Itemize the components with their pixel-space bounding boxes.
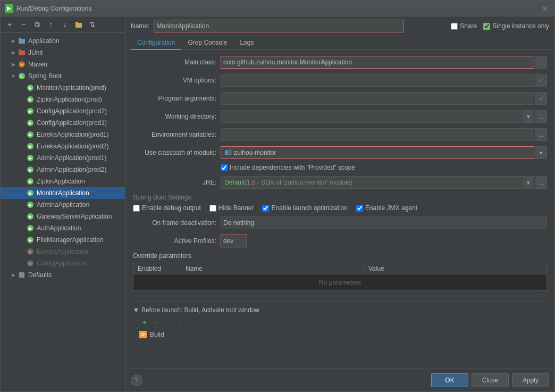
sort-button[interactable]: ⇅ — [87, 19, 98, 30]
enable-jmx-checkbox[interactable] — [356, 205, 363, 212]
svg-text:S: S — [20, 74, 23, 79]
main-class-browse-button[interactable]: ... — [535, 56, 547, 69]
active-profiles-input[interactable] — [221, 235, 247, 247]
sidebar-item-zipkin[interactable]: ▶ ▶ ZipkinApplication — [1, 176, 125, 187]
vm-options-expand-button[interactable]: ⤢ — [535, 74, 547, 87]
sidebar-item-monitor[interactable]: ▶ ▶ MonitorApplication — [1, 187, 125, 199]
svg-text:▶: ▶ — [29, 109, 32, 114]
expand-arrow-application: ▶ — [10, 38, 16, 44]
no-params-text: No parameters — [319, 279, 361, 286]
module-select-display: zuihou-monitor — [221, 146, 534, 159]
sidebar-item-spring-boot[interactable]: ▼ S Spring Boot — [1, 70, 125, 82]
env-vars-browse-button[interactable]: ... — [535, 128, 547, 141]
env-vars-input[interactable] — [221, 128, 534, 141]
jre-browse-button[interactable]: ... — [535, 176, 547, 189]
sidebar-item-config-prod2[interactable]: ▶ ▶ ConfigApplication(prod2) — [1, 105, 125, 117]
run-icon-eureka-disabled: ▶ — [26, 247, 35, 256]
single-instance-checkbox-label[interactable]: Single instance only — [483, 22, 549, 30]
window-icon: ▶ — [5, 4, 13, 13]
hide-banner-checkbox[interactable] — [209, 205, 216, 212]
before-launch-up-button[interactable]: ↑ — [163, 317, 173, 328]
enable-jmx-label[interactable]: Enable JMX agent — [356, 204, 417, 212]
window-title: Run/Debug Configurations — [16, 5, 540, 12]
run-icon-eureka-prod1: ▶ — [26, 130, 35, 139]
share-checkbox[interactable] — [451, 23, 458, 30]
close-dialog-button[interactable]: Close — [472, 373, 509, 387]
copy-config-button[interactable]: ⧉ — [31, 19, 43, 30]
classpath-dropdown-button[interactable]: ▾ — [535, 146, 547, 159]
enable-launch-text: Enable launch optimization — [271, 204, 347, 212]
svg-text:▶: ▶ — [29, 121, 32, 126]
before-launch-remove-button[interactable]: − — [151, 317, 162, 328]
sidebar-item-defaults[interactable]: ▶ Defaults — [1, 269, 125, 281]
sidebar-item-eureka-prod2[interactable]: ▶ ▶ EurekaApplication(prod2) — [1, 140, 125, 152]
sidebar-item-admina[interactable]: ▶ ▶ AdminaApplication — [1, 199, 125, 211]
config-panel: Main class: ... VM options: ⤢ — [125, 50, 554, 369]
sidebar-item-admin-prod1[interactable]: ▶ ▶ AdminApplication(prod1) — [1, 152, 125, 164]
jre-dropdown-button[interactable]: ▾ — [523, 176, 534, 189]
tab-logs[interactable]: Logs — [233, 36, 260, 50]
hide-banner-label[interactable]: Hide Banner — [209, 204, 254, 212]
tabs-bar: Configuration Grep Console Logs — [125, 36, 554, 50]
enable-debug-text: Enable debug output — [142, 204, 201, 212]
program-args-input[interactable] — [221, 92, 534, 105]
apply-button[interactable]: Apply — [512, 373, 549, 387]
folder-button[interactable] — [73, 19, 85, 30]
before-launch-add-button[interactable]: + — [139, 317, 150, 328]
sidebar-item-auth[interactable]: ▶ ▶ AuthApplication — [1, 222, 125, 234]
tab-configuration[interactable]: Configuration — [131, 36, 181, 50]
svg-rect-44 — [226, 150, 231, 155]
enable-debug-label[interactable]: Enable debug output — [133, 204, 201, 212]
move-up-button[interactable]: ↑ — [45, 19, 57, 30]
sidebar-item-monitor-prod[interactable]: ▶ ▶ MonitorApplication(prod) — [1, 82, 125, 94]
env-vars-input-group: ... — [221, 128, 547, 141]
sidebar-item-gateway[interactable]: ▶ ▶ GatewayServerApplication — [1, 211, 125, 222]
include-deps-checkbox[interactable] — [221, 164, 228, 171]
enable-launch-label[interactable]: Enable launch optimization — [262, 204, 347, 212]
include-deps-text: Include dependencies with "Provided" sco… — [230, 164, 355, 171]
single-instance-checkbox[interactable] — [483, 23, 490, 30]
remove-config-button[interactable]: − — [18, 19, 29, 30]
ok-button[interactable]: OK — [431, 373, 468, 387]
sidebar-item-eureka-disabled[interactable]: ▶ ▶ EurekaApplication — [1, 246, 125, 257]
on-frame-select[interactable]: Do nothing — [221, 216, 547, 229]
jre-label: JRE: — [133, 179, 221, 186]
svg-text:▶: ▶ — [29, 191, 32, 196]
share-checkbox-label[interactable]: Share — [451, 22, 477, 30]
sidebar-item-monitor-prod-label: MonitorApplication(prod) — [37, 84, 106, 91]
close-button[interactable]: ✕ — [540, 3, 550, 14]
run-icon-zipkin-prod: ▶ — [26, 95, 35, 104]
sidebar-item-eureka-prod1[interactable]: ▶ ▶ EurekaApplication(prod1) — [1, 129, 125, 140]
sidebar-item-zipkin-prod[interactable]: ▶ ▶ ZipkinApplication(prod) — [1, 94, 125, 105]
main-class-input[interactable] — [221, 56, 534, 69]
svg-rect-5 — [19, 49, 21, 52]
help-button[interactable]: ? — [131, 374, 142, 386]
sidebar-item-config-prod1[interactable]: ▶ ▶ ConfigApplication(prod1) — [1, 117, 125, 129]
sidebar-item-config-disabled[interactable]: ▶ ▶ ConfigApplication — [1, 257, 125, 269]
on-frame-row: On frame deactivation: Do nothing — [133, 216, 547, 230]
working-dir-dropdown-button[interactable]: ▾ — [523, 110, 534, 123]
sidebar-item-junit-label: JUnit — [28, 49, 43, 56]
sidebar-item-filemanager[interactable]: ▶ ▶ FileManagerApplication — [1, 234, 125, 246]
sidebar-item-admin-prod2[interactable]: ▶ ▶ AdminApplication(prod2) — [1, 164, 125, 176]
add-config-button[interactable]: + — [4, 19, 15, 30]
tab-grep-console[interactable]: Grep Console — [181, 36, 233, 50]
enable-debug-checkbox[interactable] — [133, 205, 140, 212]
program-args-expand-button[interactable]: ⤢ — [535, 92, 547, 105]
move-down-button[interactable]: ↓ — [59, 19, 71, 30]
sidebar-item-junit[interactable]: ▶ JUnit — [1, 47, 125, 59]
build-icon: ⚙ — [139, 331, 147, 338]
working-dir-input[interactable] — [221, 110, 522, 123]
svg-text:▶: ▶ — [29, 144, 32, 149]
override-params-title: Override parameters — [133, 252, 547, 260]
sidebar-item-application[interactable]: ▶ Application — [1, 35, 125, 47]
enable-launch-checkbox[interactable] — [262, 205, 269, 212]
working-dir-browse-button[interactable]: ... — [535, 110, 547, 123]
run-icon-monitor: ▶ — [26, 189, 35, 197]
vm-options-input[interactable] — [221, 74, 534, 87]
sidebar-item-maven[interactable]: ▶ M Maven — [1, 59, 125, 70]
before-launch-down-button[interactable]: ↓ — [174, 317, 185, 328]
name-input[interactable] — [154, 20, 403, 32]
include-deps-label[interactable]: Include dependencies with "Provided" sco… — [221, 164, 355, 171]
before-launch-title: ▼ Before launch: Build, Activate tool wi… — [133, 306, 547, 314]
